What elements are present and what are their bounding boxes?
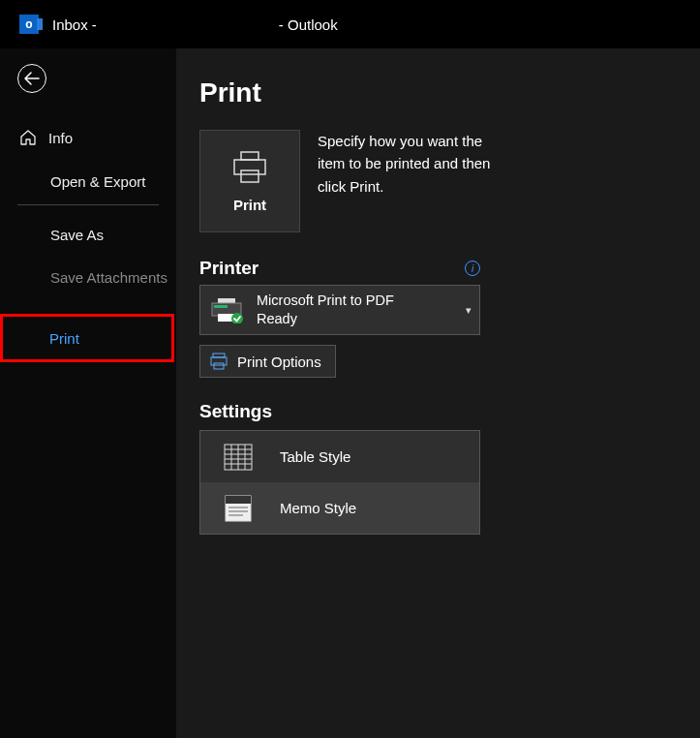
printer-status: Ready	[257, 310, 394, 328]
back-button[interactable]	[17, 64, 46, 93]
sidebar-item-print[interactable]: Print	[0, 314, 174, 362]
page-title: Print	[199, 77, 677, 108]
svg-rect-3	[218, 298, 235, 303]
style-item-table[interactable]: Table Style	[200, 431, 479, 482]
settings-heading: Settings	[199, 401, 677, 422]
svg-rect-1	[234, 160, 265, 174]
svg-rect-5	[214, 305, 228, 308]
sidebar-item-open-export[interactable]: Open & Export	[17, 159, 159, 205]
print-options-label: Print Options	[237, 354, 321, 370]
svg-rect-8	[213, 354, 225, 357]
arrow-left-icon	[24, 72, 40, 85]
style-label-memo: Memo Style	[280, 500, 356, 516]
printer-heading: Printer	[199, 258, 259, 279]
sidebar-label-print: Print	[49, 330, 79, 347]
style-item-memo[interactable]: Memo Style	[200, 482, 479, 534]
title-suffix: - Outlook	[279, 16, 338, 33]
print-options-icon	[210, 353, 228, 370]
outlook-logo-icon: o	[19, 15, 39, 34]
sidebar-label-save-as: Save As	[50, 227, 104, 243]
printer-info-icon[interactable]: i	[465, 261, 480, 276]
svg-rect-20	[226, 496, 251, 504]
svg-rect-2	[241, 170, 259, 182]
main-panel: Print Print Specify how you want the ite…	[176, 48, 700, 738]
printer-dropdown[interactable]: Microsoft Print to PDF Ready ▾	[199, 285, 480, 335]
printer-device-icon	[210, 296, 243, 323]
chevron-down-icon: ▾	[466, 304, 472, 317]
sidebar-label-save-attachments: Save Attachments	[50, 269, 167, 286]
print-description: Specify how you want the item to be prin…	[318, 130, 492, 232]
table-style-icon	[224, 444, 253, 471]
sidebar-item-save-as[interactable]: Save As	[0, 213, 176, 256]
window-title: Inbox - - Outlook	[52, 16, 338, 33]
svg-rect-9	[211, 357, 227, 365]
printer-icon	[230, 150, 269, 185]
sidebar-item-save-attachments: Save Attachments	[0, 256, 176, 298]
backstage-sidebar: Info Open & Export Save As Save Attachme…	[0, 48, 176, 738]
print-button[interactable]: Print	[199, 130, 300, 232]
home-icon	[19, 129, 37, 146]
sidebar-label-info: Info	[48, 130, 73, 146]
svg-rect-0	[241, 152, 259, 160]
sidebar-label-open-export: Open & Export	[50, 173, 145, 190]
sidebar-item-info[interactable]: Info	[0, 116, 176, 159]
style-list: Table Style Memo Style	[199, 430, 480, 535]
title-prefix: Inbox -	[52, 16, 97, 33]
print-button-label: Print	[233, 197, 266, 213]
redacted-account	[101, 16, 275, 32]
memo-style-icon	[224, 495, 253, 522]
title-bar: o Inbox - - Outlook	[0, 0, 700, 48]
printer-name: Microsoft Print to PDF	[257, 292, 394, 310]
svg-rect-10	[214, 363, 224, 369]
style-label-table: Table Style	[280, 448, 350, 465]
print-options-button[interactable]: Print Options	[199, 345, 336, 378]
